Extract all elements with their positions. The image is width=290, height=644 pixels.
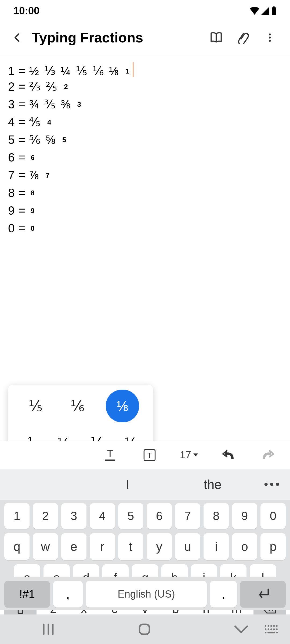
attach-button[interactable] xyxy=(231,28,255,47)
superscript-char: 8 xyxy=(31,188,34,198)
undo-button[interactable] xyxy=(211,449,246,461)
key-i[interactable]: i xyxy=(204,533,229,560)
line-lead: 9 xyxy=(8,202,15,219)
fraction-char: ⅔ xyxy=(29,78,40,96)
superscript-char: 5 xyxy=(62,135,66,145)
more-button[interactable] xyxy=(258,28,282,47)
content-line: 6=6 xyxy=(8,149,282,166)
symbols-key[interactable]: !#1 xyxy=(4,581,50,608)
status-icons xyxy=(250,6,277,15)
recents-button[interactable] xyxy=(41,623,55,635)
enter-icon xyxy=(255,588,270,600)
popup-key[interactable]: ⅕ xyxy=(22,393,49,419)
suggestion-3[interactable]: the xyxy=(170,477,255,492)
equals-sign: = xyxy=(18,78,25,96)
text-color-button[interactable]: T xyxy=(93,448,127,462)
superscript-char: 7 xyxy=(46,170,49,181)
key-1[interactable]: 1 xyxy=(4,503,30,529)
fraction-char: ⅘ xyxy=(29,113,40,131)
key-6[interactable]: 6 xyxy=(147,503,172,529)
chevron-down-icon xyxy=(234,624,249,634)
line-lead: 0 xyxy=(8,219,15,237)
svg-text:T: T xyxy=(107,448,113,459)
key-w[interactable]: w xyxy=(33,533,58,560)
key-2[interactable]: 2 xyxy=(33,503,58,529)
fraction-char: ½ xyxy=(29,62,39,80)
key-e[interactable]: e xyxy=(61,533,86,560)
back-button[interactable] xyxy=(8,28,27,47)
equals-sign: = xyxy=(18,113,25,131)
popup-key[interactable]: ⅙ xyxy=(64,393,91,419)
fraction-char: ¾ xyxy=(29,96,39,113)
svg-point-13 xyxy=(265,625,266,627)
space-key[interactable]: English (US) xyxy=(86,581,207,608)
svg-rect-0 xyxy=(272,7,276,15)
key-5[interactable]: 5 xyxy=(118,503,143,529)
suggestion-2[interactable]: I xyxy=(85,477,170,492)
text-bg-icon: T xyxy=(143,449,156,462)
book-icon xyxy=(209,31,223,44)
key-p[interactable]: p xyxy=(260,533,286,560)
suggestion-bar: I the ••• xyxy=(0,469,290,500)
more-vert-icon xyxy=(264,32,275,43)
enter-key[interactable] xyxy=(240,581,286,608)
superscript-char: 1 xyxy=(125,66,129,76)
format-toolbar: T T 17 xyxy=(0,441,290,469)
svg-point-19 xyxy=(267,628,269,630)
superscript-char: 3 xyxy=(77,99,81,110)
popup-key[interactable]: ⅛ xyxy=(106,390,139,422)
key-t[interactable]: t xyxy=(118,533,143,560)
clock: 10:00 xyxy=(13,5,39,17)
line-lead: 5 xyxy=(8,131,15,149)
status-bar: 10:00 xyxy=(0,0,290,21)
system-navbar xyxy=(0,614,290,644)
content-line: 7=⅞7 xyxy=(8,166,282,184)
key-o[interactable]: o xyxy=(232,533,257,560)
key-q[interactable]: q xyxy=(4,533,30,560)
svg-point-18 xyxy=(265,628,266,630)
key-u[interactable]: u xyxy=(175,533,200,560)
text-cursor xyxy=(133,62,133,77)
editor-content[interactable]: 1=½⅓¼⅕⅙⅛12=⅔⅖23=¾⅗⅜34=⅘45=⅚⅝56=67=⅞78=89… xyxy=(0,54,290,237)
key-4[interactable]: 4 xyxy=(90,503,115,529)
period-key[interactable]: . xyxy=(210,581,237,608)
superscript-char: 4 xyxy=(47,117,51,127)
font-size-picker[interactable]: 17 xyxy=(172,449,206,461)
key-r[interactable]: r xyxy=(90,533,115,560)
superscript-char: 0 xyxy=(31,223,34,234)
svg-point-25 xyxy=(276,632,278,633)
suggestion-more[interactable]: ••• xyxy=(255,478,290,491)
recents-icon xyxy=(41,623,55,635)
caret-down-icon xyxy=(193,453,198,457)
equals-sign: = xyxy=(18,131,25,149)
line-lead: 6 xyxy=(8,149,15,166)
page-title: Typing Fractions xyxy=(30,30,201,46)
key-7[interactable]: 7 xyxy=(175,503,200,529)
key-0[interactable]: 0 xyxy=(260,503,286,529)
chevron-left-icon xyxy=(12,32,23,43)
fraction-char: ⅖ xyxy=(46,78,57,96)
comma-key[interactable]: , xyxy=(53,581,83,608)
svg-rect-24 xyxy=(267,632,275,633)
key-3[interactable]: 3 xyxy=(61,503,86,529)
signal-icon xyxy=(261,7,270,15)
text-color-icon: T xyxy=(104,448,116,462)
key-row-1: qwertyuiop xyxy=(4,533,286,560)
equals-sign: = xyxy=(18,219,25,237)
svg-rect-1 xyxy=(273,6,275,8)
superscript-char: 2 xyxy=(64,82,68,92)
home-button[interactable] xyxy=(138,623,151,636)
svg-point-14 xyxy=(267,625,269,627)
svg-point-4 xyxy=(269,40,271,42)
keyboard-switch-button[interactable] xyxy=(264,624,278,634)
key-8[interactable]: 8 xyxy=(204,503,229,529)
redo-button[interactable] xyxy=(251,449,285,461)
home-icon xyxy=(138,623,151,636)
reader-mode-button[interactable] xyxy=(204,28,228,47)
key-9[interactable]: 9 xyxy=(232,503,257,529)
back-nav-button[interactable] xyxy=(234,624,249,634)
key-y[interactable]: y xyxy=(147,533,172,560)
svg-point-15 xyxy=(270,625,272,627)
keyboard-icon xyxy=(264,624,278,634)
text-bg-button[interactable]: T xyxy=(132,449,167,462)
